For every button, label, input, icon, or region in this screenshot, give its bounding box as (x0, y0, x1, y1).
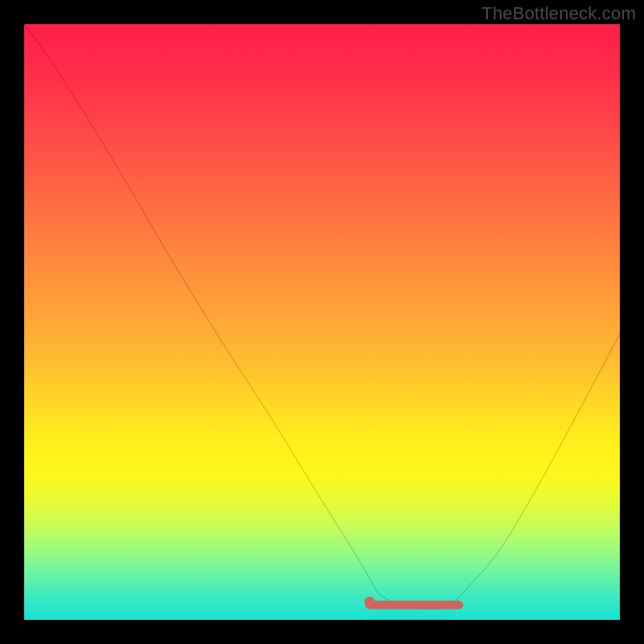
chart-frame: TheBottleneck.com (0, 0, 644, 644)
plot-area (24, 24, 620, 620)
marker-layer (24, 24, 620, 620)
flat-segment-dot (365, 597, 375, 607)
watermark-text: TheBottleneck.com (481, 3, 636, 24)
